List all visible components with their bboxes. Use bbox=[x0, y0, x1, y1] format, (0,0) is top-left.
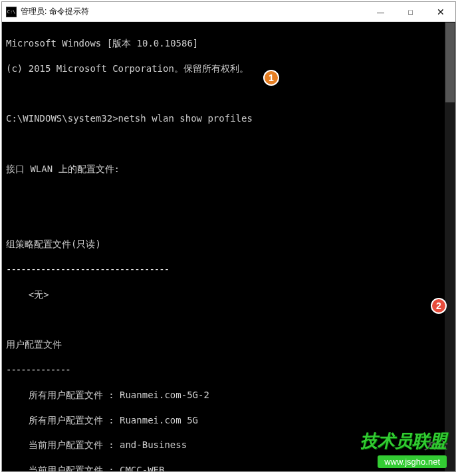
prompt-line: C:\WINDOWS\system32>netsh wlan show prof… bbox=[6, 112, 451, 125]
titlebar[interactable]: 管理员: 命令提示符 — □ ✕ bbox=[2, 2, 455, 22]
blank-line bbox=[6, 138, 451, 150]
divider: ------------- bbox=[6, 364, 451, 376]
blank-line bbox=[6, 188, 451, 201]
divider: --------------------------------- bbox=[6, 263, 451, 276]
output-line: <无> bbox=[6, 289, 451, 301]
section-header: 接口 WLAN 上的配置文件: bbox=[6, 163, 451, 176]
scrollbar-thumb[interactable] bbox=[445, 23, 455, 102]
watermark-url: www.jsgho.net bbox=[378, 455, 447, 468]
annotation-badge-1: 1 bbox=[263, 70, 279, 86]
scrollbar[interactable] bbox=[445, 22, 455, 471]
watermark-text: 技术员联盟 bbox=[360, 429, 447, 453]
minimize-button[interactable]: — bbox=[366, 2, 396, 21]
annotation-badge-2: 2 bbox=[431, 298, 447, 314]
cmd-icon bbox=[6, 7, 17, 17]
output-line: (c) 2015 Microsoft Corporation。保留所有权利。 bbox=[6, 62, 451, 75]
blank-line bbox=[6, 213, 451, 225]
blank-line bbox=[6, 313, 451, 326]
section-header: 组策略配置文件(只读) bbox=[6, 238, 451, 251]
terminal-area[interactable]: Microsoft Windows [版本 10.0.10586] (c) 20… bbox=[2, 22, 455, 471]
section-header: 用户配置文件 bbox=[6, 338, 451, 351]
cmd-window: 管理员: 命令提示符 — □ ✕ Microsoft Windows [版本 1… bbox=[1, 1, 456, 472]
profile-line: 所有用户配置文件 : Ruanmei.com 5G bbox=[6, 414, 451, 427]
window-controls: — □ ✕ bbox=[366, 2, 455, 21]
output-line: Microsoft Windows [版本 10.0.10586] bbox=[6, 37, 451, 50]
profile-line: 所有用户配置文件 : Ruanmei.com-5G-2 bbox=[6, 389, 451, 402]
close-button[interactable]: ✕ bbox=[425, 2, 455, 21]
blank-line bbox=[6, 87, 451, 100]
maximize-button[interactable]: □ bbox=[396, 2, 425, 21]
window-title: 管理员: 命令提示符 bbox=[21, 6, 366, 17]
